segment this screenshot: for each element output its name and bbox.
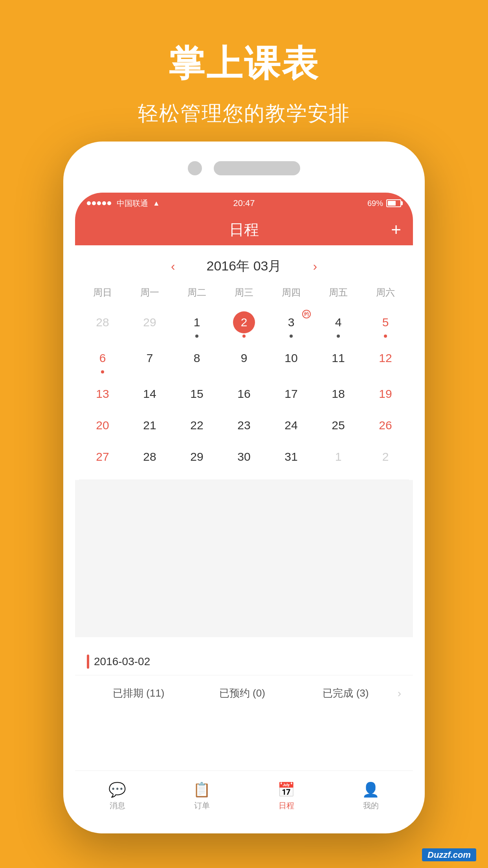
calendar-day: 6 <box>92 347 114 369</box>
summary-reserved: 已预约 (0) <box>191 686 294 700</box>
calendar-cell[interactable]: 29 <box>173 440 220 472</box>
phone-speaker <box>214 161 300 175</box>
add-button[interactable]: + <box>391 221 401 238</box>
calendar-day: 22 <box>186 414 208 436</box>
calendar-cell[interactable]: 22 <box>173 409 220 440</box>
event-dot <box>290 335 293 338</box>
calendar-cell[interactable]: 29 <box>126 306 173 342</box>
calendar-cell[interactable]: 7 <box>126 342 173 377</box>
calendar-cell[interactable]: 9 <box>220 342 268 377</box>
tab-label-消息: 消息 <box>110 800 125 811</box>
chevron-right-icon: › <box>398 687 401 700</box>
calendar-cell[interactable]: 13 <box>79 377 126 409</box>
calendar-cell[interactable]: 1 <box>315 440 362 472</box>
prev-month-button[interactable]: ‹ <box>171 259 175 274</box>
content-area <box>75 480 413 637</box>
tab-item-消息[interactable]: 💬消息 <box>75 782 160 811</box>
calendar-cell[interactable]: 27 <box>79 440 126 472</box>
calendar-day: 2 <box>374 446 396 468</box>
calendar-cell[interactable]: 3约 <box>268 306 315 342</box>
hero-subtitle: 轻松管理您的教学安排 <box>0 100 488 127</box>
calendar-day: 4 <box>327 311 349 333</box>
calendar-cell[interactable]: 16 <box>220 377 268 409</box>
calendar-day: 29 <box>139 311 161 333</box>
calendar-cell[interactable]: 4 <box>315 306 362 342</box>
day-header: 周六 <box>362 283 409 302</box>
calendar-cell[interactable]: 5 <box>362 306 409 342</box>
day-header: 周一 <box>126 283 173 302</box>
day-header: 周四 <box>268 283 315 302</box>
calendar-cell[interactable]: 17 <box>268 377 315 409</box>
calendar-cell[interactable]: 28 <box>79 306 126 342</box>
next-month-button[interactable]: › <box>313 259 317 274</box>
phone-mockup: 中国联通 ▲ 20:47 69% 日程 + ‹ 2016年 03月 <box>63 142 425 833</box>
calendar-day: 28 <box>139 446 161 468</box>
date-section: 2016-03-02 <box>75 645 413 675</box>
summary-row[interactable]: 已排期 (11) 已预约 (0) 已完成 (3) › <box>75 675 413 711</box>
calendar-cell[interactable]: 2 <box>220 306 268 342</box>
calendar-cell[interactable]: 15 <box>173 377 220 409</box>
tab-icon-日程: 📅 <box>277 782 295 798</box>
app-header: 日程 + <box>75 214 413 245</box>
day-header: 周三 <box>220 283 268 302</box>
calendar-cell[interactable]: 31 <box>268 440 315 472</box>
tab-label-订单: 订单 <box>194 800 210 811</box>
tab-bar: 💬消息📋订单📅日程👤我的 <box>75 771 413 822</box>
calendar-cell[interactable]: 14 <box>126 377 173 409</box>
calendar-cell[interactable]: 2 <box>362 440 409 472</box>
event-dot <box>384 335 387 338</box>
calendar-cell[interactable]: 28 <box>126 440 173 472</box>
month-nav: ‹ 2016年 03月 › <box>75 245 413 283</box>
calendar-cell[interactable]: 19 <box>362 377 409 409</box>
summary-scheduled: 已排期 (11) <box>87 686 191 700</box>
status-time: 20:47 <box>233 198 255 208</box>
calendar-day: 27 <box>92 446 114 468</box>
calendar-day: 18 <box>327 383 349 405</box>
hero-section: 掌上课表 轻松管理您的教学安排 <box>0 0 488 127</box>
calendar-day: 13 <box>92 383 114 405</box>
tab-item-我的[interactable]: 👤我的 <box>328 782 413 811</box>
calendar-day: 24 <box>280 414 302 436</box>
tab-icon-订单: 📋 <box>193 782 211 798</box>
tab-label-日程: 日程 <box>279 800 294 811</box>
watermark: Duzzf.com <box>422 850 476 860</box>
calendar-day: 11 <box>327 347 349 369</box>
tab-item-日程[interactable]: 📅日程 <box>244 782 328 811</box>
calendar-day: 23 <box>233 414 255 436</box>
calendar-day: 31 <box>280 446 302 468</box>
calendar-cell[interactable]: 1 <box>173 306 220 342</box>
battery-icon <box>386 199 401 207</box>
calendar-cell[interactable]: 23 <box>220 409 268 440</box>
calendar-day: 29 <box>186 446 208 468</box>
calendar-cell[interactable]: 12 <box>362 342 409 377</box>
calendar-grid: 2829123约45678910111213141516171819202122… <box>75 306 413 472</box>
calendar-cell[interactable]: 30 <box>220 440 268 472</box>
phone-screen: 中国联通 ▲ 20:47 69% 日程 + ‹ 2016年 03月 <box>75 193 413 822</box>
month-title: 2016年 03月 <box>207 257 282 275</box>
status-bar: 中国联通 ▲ 20:47 69% <box>75 193 413 214</box>
calendar-cell[interactable]: 24 <box>268 409 315 440</box>
calendar-cell[interactable]: 10 <box>268 342 315 377</box>
calendar-cell[interactable]: 8 <box>173 342 220 377</box>
calendar-cell[interactable]: 11 <box>315 342 362 377</box>
calendar-container: ‹ 2016年 03月 › 周日周一周二周三周四周五周六 2829123约456… <box>75 245 413 480</box>
calendar-day: 7 <box>139 347 161 369</box>
calendar-day: 1 <box>327 446 349 468</box>
calendar-day: 2 <box>233 311 255 333</box>
calendar-day: 16 <box>233 383 255 405</box>
calendar-cell[interactable]: 25 <box>315 409 362 440</box>
calendar-cell[interactable]: 20 <box>79 409 126 440</box>
wifi-icon: ▲ <box>153 199 160 208</box>
calendar-cell[interactable]: 26 <box>362 409 409 440</box>
event-dot <box>101 370 104 373</box>
calendar-day: 30 <box>233 446 255 468</box>
tab-label-我的: 我的 <box>363 800 379 811</box>
calendar-day: 14 <box>139 383 161 405</box>
watermark-logo: Duzzf.com <box>422 848 476 861</box>
calendar-cell[interactable]: 6 <box>79 342 126 377</box>
date-indicator <box>87 655 89 669</box>
calendar-cell[interactable]: 18 <box>315 377 362 409</box>
tab-item-订单[interactable]: 📋订单 <box>160 782 244 811</box>
calendar-day: 3 <box>280 311 302 333</box>
calendar-cell[interactable]: 21 <box>126 409 173 440</box>
